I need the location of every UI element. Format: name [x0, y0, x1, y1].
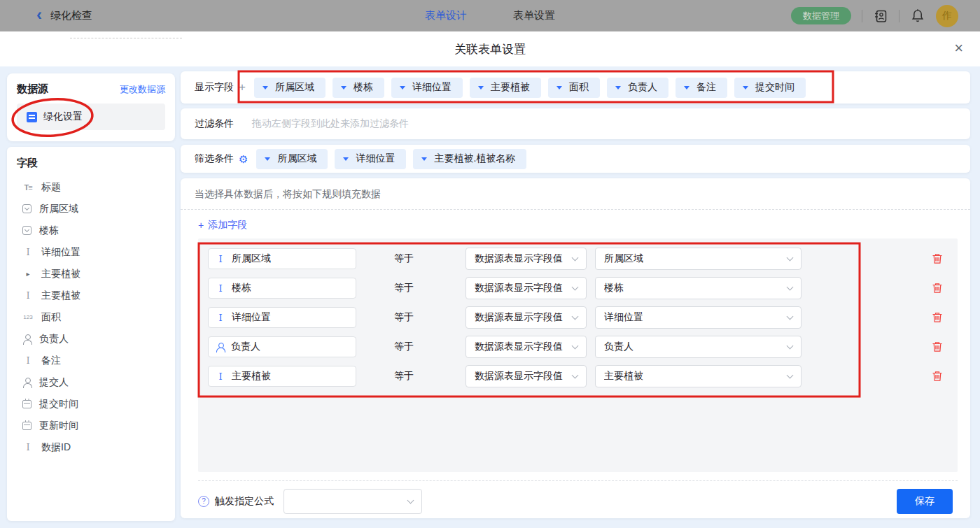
help-icon[interactable]: ? [198, 496, 209, 507]
rule-source-select[interactable]: 数据源表显示字段值 [465, 365, 587, 387]
field-item[interactable]: 提交人 [17, 371, 165, 393]
trash-icon[interactable] [931, 311, 944, 324]
field-item-label: 楼栋 [39, 224, 59, 237]
save-button[interactable]: 保存 [897, 489, 953, 514]
rule-value-select[interactable]: 负责人 [595, 336, 802, 358]
display-field-tags: 所属区域 楼栋 详细位置 主要植被 面积 负责人 备注 提交时间 [254, 78, 806, 98]
rule-field-input[interactable]: I 详细位置 [208, 307, 356, 328]
field-item[interactable]: I 备注 [17, 350, 165, 371]
triangle-down-icon [615, 86, 621, 90]
field-item[interactable]: I 主要植被 [17, 285, 165, 306]
field-item[interactable]: I 数据ID [17, 436, 165, 458]
field-item-label: 主要植被 [41, 268, 80, 280]
tab-form-settings[interactable]: 表单设置 [513, 9, 555, 22]
rule-value-select[interactable]: 楼栋 [595, 277, 802, 299]
rule-field-input[interactable]: I 主要植被 [208, 366, 356, 387]
rule-value-select[interactable]: 详细位置 [595, 306, 802, 329]
rule-value-select[interactable]: 主要植被 [595, 365, 802, 387]
field-tag[interactable]: 主要植被 [470, 78, 541, 98]
modal-header: 关联表单设置 × [0, 31, 980, 66]
chevron-down-icon [572, 313, 579, 320]
rule-field-input[interactable]: I 所属区域 [208, 248, 356, 269]
rule-field-input[interactable]: 负责人 [208, 336, 356, 357]
text-field-icon: I [216, 371, 225, 382]
filter-condition-row: 过滤条件 拖动左侧字段到此处来添加过滤条件 [181, 108, 970, 139]
field-item[interactable]: ▸ 主要植被 [17, 263, 165, 285]
field-tag[interactable]: 面积 [548, 78, 600, 98]
display-fields-label: 显示字段 [195, 81, 234, 94]
field-item[interactable]: 123 面积 [17, 306, 165, 328]
person-field-icon [22, 378, 31, 387]
rule-source-select[interactable]: 数据源表显示字段值 [465, 306, 587, 329]
fill-rules-hint: 当选择具体数据后，将按如下规则填充数据 [181, 178, 970, 210]
field-tag[interactable]: 楼栋 [332, 78, 384, 98]
modal-title: 关联表单设置 [454, 41, 526, 57]
field-item[interactable]: 负责人 [17, 328, 165, 350]
change-datasource-link[interactable]: 更改数据源 [120, 83, 165, 96]
rule-field-input[interactable]: I 楼栋 [208, 278, 356, 299]
chevron-down-icon [787, 372, 794, 379]
field-item[interactable]: 所属区域 [17, 198, 165, 220]
select-field-icon [22, 204, 31, 213]
triangle-down-icon [684, 86, 690, 90]
text-field-icon: I [22, 443, 34, 452]
field-tag[interactable]: 详细位置 [391, 78, 463, 98]
triangle-down-icon [265, 157, 270, 161]
plus-icon: + [198, 220, 204, 231]
rule-source-select[interactable]: 数据源表显示字段值 [465, 248, 587, 270]
add-field-button[interactable]: + 添加字段 [198, 219, 247, 231]
rule-value-select[interactable]: 所属区域 [595, 248, 802, 270]
gear-icon[interactable]: ⚙ [239, 154, 248, 164]
rule-row: I 主要植被 等于 数据源表显示字段值 主要植被 [198, 366, 958, 387]
trash-icon[interactable] [931, 252, 944, 265]
fields-title: 字段 [17, 157, 38, 169]
fill-rules-card: 当选择具体数据后，将按如下规则填充数据 + 添加字段 I 所属区域 等于 数据源… [181, 178, 970, 518]
filter-drop-zone[interactable]: 拖动左侧字段到此处来添加过滤条件 [252, 117, 409, 130]
field-item[interactable]: 楼栋 [17, 220, 165, 241]
operator-label: 等于 [394, 282, 465, 294]
screen-condition-row: 筛选条件 ⚙ 所属区域 详细位置 主要植被.植被名称 [181, 145, 970, 173]
title-field-icon: T≡ [22, 183, 34, 192]
trash-icon[interactable] [931, 370, 944, 383]
add-display-field-button[interactable]: + [239, 80, 246, 94]
datasource-item-label: 绿化设置 [43, 110, 83, 123]
triangle-down-icon [343, 157, 349, 161]
fields-list: T≡ 标题 所属区域 楼栋 I 详细位置 ▸ 主要植被 I 主要植被 123 面… [17, 176, 165, 458]
rule-row: 负责人 等于 数据源表显示字段值 负责人 [198, 336, 958, 357]
datasource-panel: 数据源 更改数据源 绿化设置 [7, 73, 175, 141]
fields-panel: 字段 T≡ 标题 所属区域 楼栋 I 详细位置 ▸ 主要植被 I 主要植被 12 [7, 147, 175, 521]
field-tag[interactable]: 所属区域 [254, 78, 326, 98]
rule-source-select[interactable]: 数据源表显示字段值 [465, 277, 587, 299]
dashed-underline [70, 38, 182, 38]
chevron-down-icon [572, 284, 579, 291]
text-field-icon: I [22, 356, 34, 366]
field-tag[interactable]: 备注 [676, 78, 727, 98]
chevron-down-icon [787, 284, 794, 291]
rule-row: I 所属区域 等于 数据源表显示字段值 所属区域 [198, 248, 958, 269]
close-icon[interactable]: × [954, 40, 963, 57]
trash-icon[interactable] [931, 341, 944, 353]
field-item-label: 更新时间 [39, 420, 78, 432]
trash-icon[interactable] [931, 282, 944, 294]
field-tag[interactable]: 负责人 [607, 78, 668, 98]
screen-condition-tags: 所属区域 详细位置 主要植被.植被名称 [256, 149, 526, 169]
chevron-down-icon [787, 343, 794, 350]
field-item[interactable]: I 详细位置 [17, 241, 165, 263]
triangle-down-icon [478, 86, 484, 90]
field-tag[interactable]: 主要植被.植被名称 [413, 149, 526, 169]
triangle-down-icon [556, 86, 562, 90]
rules-footer: ? 触发指定公式 保存 [198, 480, 958, 514]
formula-select[interactable] [284, 489, 422, 514]
datasource-item[interactable]: 绿化设置 [17, 104, 165, 130]
field-tag[interactable]: 详细位置 [335, 149, 406, 169]
operator-label: 等于 [394, 370, 465, 383]
field-item[interactable]: T≡ 标题 [17, 176, 165, 198]
datasource-title: 数据源 [17, 83, 48, 96]
field-tag[interactable]: 所属区域 [256, 149, 328, 169]
person-field-icon [22, 334, 31, 343]
field-tag[interactable]: 提交时间 [734, 78, 806, 98]
tab-form-design[interactable]: 表单设计 [425, 9, 467, 22]
rule-source-select[interactable]: 数据源表显示字段值 [465, 336, 587, 358]
field-item[interactable]: 更新时间 [17, 415, 165, 436]
field-item[interactable]: 提交时间 [17, 393, 165, 415]
